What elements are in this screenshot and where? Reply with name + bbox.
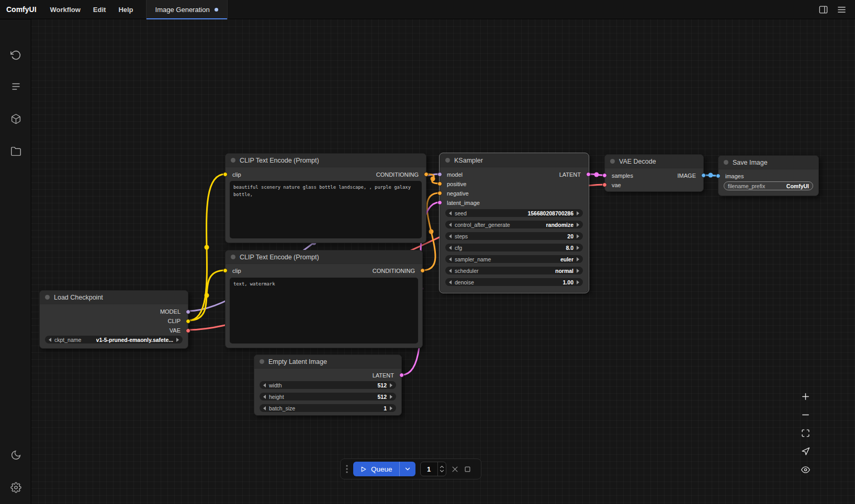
control-after-generate-widget[interactable]: control_after_generate randomize	[445, 221, 583, 228]
collapse-dot[interactable]	[45, 295, 50, 300]
collapse-dot[interactable]	[610, 159, 615, 164]
batch-size-widget[interactable]: batch_size 1	[260, 404, 396, 412]
history-icon[interactable]	[5, 44, 26, 65]
increment-icon[interactable]	[577, 234, 579, 238]
output-dot-conditioning[interactable]	[420, 268, 425, 273]
node-save-image[interactable]: Save Image images filename_prefix ComfyU…	[718, 155, 819, 196]
eye-icon[interactable]	[796, 463, 814, 476]
drag-handle-icon[interactable]	[345, 464, 348, 474]
filename-prefix-widget[interactable]: filename_prefix ComfyUI	[724, 181, 813, 190]
collapse-dot[interactable]	[724, 160, 728, 165]
node-ksampler[interactable]: KSampler model positive negative latent_…	[440, 153, 589, 293]
model-library-icon[interactable]	[5, 108, 26, 129]
increment-icon[interactable]	[577, 211, 579, 215]
collapse-dot[interactable]	[260, 359, 264, 364]
decrement-icon[interactable]	[263, 383, 266, 387]
node-header[interactable]: VAE Decode	[605, 155, 703, 168]
ckpt-name-widget[interactable]: ckpt_name v1-5-pruned-emaonly.safete...	[45, 336, 183, 343]
node-clip-text-encode-positive[interactable]: CLIP Text Encode (Prompt) clip CONDITION…	[225, 153, 426, 243]
steps-widget[interactable]: steps 20	[445, 232, 583, 240]
input-dot-clip[interactable]	[223, 268, 228, 273]
input-dot-latent-image[interactable]	[437, 200, 442, 205]
seed-widget[interactable]: seed 156680208700286	[445, 209, 583, 217]
node-empty-latent-image[interactable]: Empty Latent Image LATENT width 512 heig…	[254, 354, 402, 416]
height-widget[interactable]: height 512	[260, 393, 396, 400]
decrement-icon[interactable]	[449, 280, 452, 284]
decrement-icon[interactable]	[449, 246, 452, 250]
node-header[interactable]: Save Image	[718, 156, 818, 169]
input-dot-vae[interactable]	[602, 182, 607, 187]
increment-icon[interactable]	[390, 406, 392, 410]
input-dot-samples[interactable]	[602, 173, 607, 178]
cfg-widget[interactable]: cfg 8.0	[445, 244, 583, 251]
input-dot-model[interactable]	[437, 172, 442, 177]
settings-gear-icon[interactable]	[5, 477, 26, 498]
queue-button[interactable]: Queue	[353, 462, 415, 476]
zoom-out-icon[interactable]	[796, 408, 814, 421]
output-dot-conditioning[interactable]	[424, 172, 429, 177]
increment-icon[interactable]	[577, 280, 579, 284]
node-load-checkpoint[interactable]: Load Checkpoint MODEL CLIP VAE ckpt_name…	[39, 290, 188, 349]
node-header[interactable]: Empty Latent Image	[254, 355, 401, 369]
output-dot-latent[interactable]	[586, 172, 591, 177]
zoom-in-icon[interactable]	[796, 390, 814, 403]
menu-help[interactable]: Help	[112, 6, 139, 14]
panel-toggle-icon[interactable]	[818, 5, 828, 15]
next-value-icon[interactable]	[176, 338, 179, 342]
prompt-textarea[interactable]: beautiful scenery nature glass bottle la…	[230, 181, 422, 238]
decrement-icon[interactable]	[263, 406, 266, 410]
increment-icon[interactable]	[390, 395, 392, 399]
output-dot-latent[interactable]	[399, 373, 404, 377]
hamburger-menu-icon[interactable]	[837, 5, 847, 15]
prev-value-icon[interactable]	[449, 223, 452, 227]
theme-moon-icon[interactable]	[5, 444, 26, 465]
input-dot-negative[interactable]	[437, 191, 442, 196]
fit-view-icon[interactable]	[796, 426, 814, 440]
input-dot-positive[interactable]	[437, 181, 442, 186]
prompt-textarea[interactable]: text, watermark	[230, 278, 418, 343]
node-header[interactable]: KSampler	[440, 154, 588, 167]
menu-edit[interactable]: Edit	[87, 6, 113, 14]
decrement-chevron-icon[interactable]	[440, 469, 444, 473]
width-widget[interactable]: width 512	[260, 381, 396, 389]
output-dot-clip[interactable]	[186, 319, 190, 324]
input-dot-clip[interactable]	[223, 172, 228, 177]
next-value-icon[interactable]	[577, 257, 579, 261]
menu-workflow[interactable]: Workflow	[44, 6, 87, 14]
increment-icon[interactable]	[390, 383, 392, 387]
cursor-arrow-icon[interactable]	[796, 444, 814, 458]
batch-count-spinner[interactable]: 1	[420, 462, 446, 476]
input-dot-images[interactable]	[716, 174, 721, 178]
collapse-dot[interactable]	[231, 158, 235, 163]
collapse-dot[interactable]	[445, 158, 450, 163]
prev-value-icon[interactable]	[449, 269, 452, 273]
scheduler-widget[interactable]: scheduler normal	[445, 267, 583, 274]
node-header[interactable]: Load Checkpoint	[40, 291, 188, 304]
increment-icon[interactable]	[577, 246, 579, 250]
input-label-samples: samples	[612, 171, 633, 180]
stop-icon[interactable]	[464, 465, 471, 473]
denoise-widget[interactable]: denoise 1.00	[445, 278, 583, 286]
node-vae-decode[interactable]: VAE Decode samples vae IMAGE	[604, 154, 704, 192]
decrement-icon[interactable]	[263, 395, 266, 399]
next-value-icon[interactable]	[577, 269, 579, 273]
node-header[interactable]: CLIP Text Encode (Prompt)	[226, 250, 422, 264]
tab-image-generation[interactable]: Image Generation	[146, 0, 228, 19]
node-clip-text-encode-negative[interactable]: CLIP Text Encode (Prompt) clip CONDITION…	[225, 250, 423, 348]
prev-value-icon[interactable]	[449, 257, 452, 261]
clear-queue-icon[interactable]	[451, 465, 459, 473]
decrement-icon[interactable]	[449, 211, 452, 215]
increment-chevron-icon[interactable]	[440, 465, 444, 468]
prev-value-icon[interactable]	[49, 338, 51, 342]
output-dot-model[interactable]	[186, 310, 190, 314]
queue-list-icon[interactable]	[5, 76, 26, 97]
output-dot-vae[interactable]	[186, 328, 190, 333]
next-value-icon[interactable]	[577, 223, 579, 227]
collapse-dot[interactable]	[231, 255, 235, 259]
sampler-name-widget[interactable]: sampler_name euler	[445, 255, 583, 263]
queue-options-chevron-icon[interactable]	[399, 462, 415, 476]
output-dot-image[interactable]	[701, 173, 706, 178]
node-header[interactable]: CLIP Text Encode (Prompt)	[226, 154, 426, 167]
decrement-icon[interactable]	[449, 234, 452, 238]
workflows-folder-icon[interactable]	[5, 141, 26, 162]
